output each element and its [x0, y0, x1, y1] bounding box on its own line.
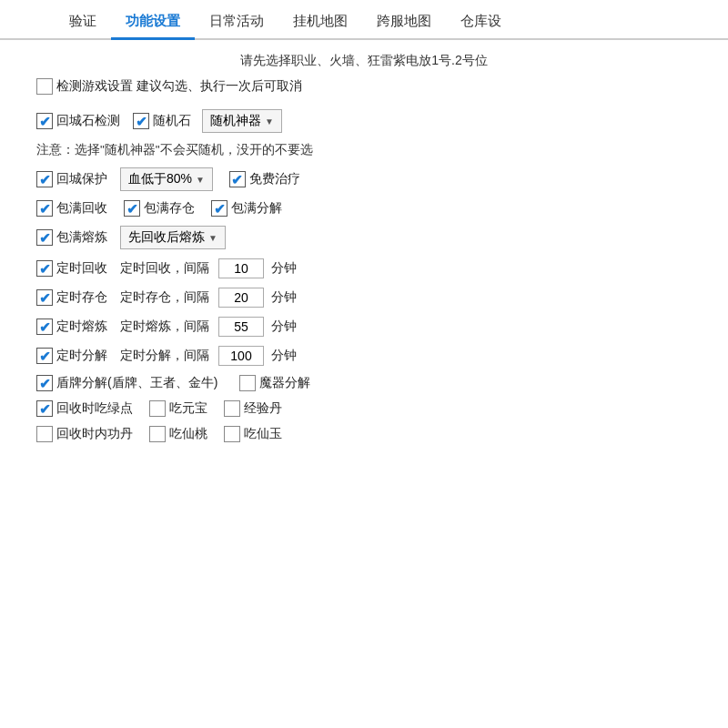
shield-decompose-row: ✔ 盾牌分解(盾牌、王者、金牛) 魔器分解: [36, 375, 692, 391]
bag-full-recycle-label: 包满回收: [56, 200, 107, 217]
recall-protect-box: ✔: [36, 171, 53, 187]
shield-decompose-checkbox[interactable]: ✔ 盾牌分解(盾牌、王者、金牛): [36, 375, 217, 391]
recycle-neidan-box: [36, 426, 53, 442]
free-heal-checkbox[interactable]: ✔ 免费治疗: [229, 171, 300, 187]
timed-decompose-row: ✔ 定时分解 定时分解，间隔 分钟: [36, 346, 692, 366]
timed-decompose-desc: 定时分解，间隔: [120, 348, 209, 364]
bag-full-smelt-row: ✔ 包满熔炼 先回收后熔炼 ▼: [36, 226, 692, 249]
notice-text: 请先选择职业、火墙、狂雷紫电放1号.2号位: [36, 53, 692, 69]
hp-dropdown-arrow-icon: ▼: [196, 175, 205, 185]
recycle-greenpoint-checkbox[interactable]: ✔ 回收时吃绿点: [36, 400, 133, 417]
timed-smelt-checkbox[interactable]: ✔ 定时熔炼: [36, 318, 107, 335]
timed-smelt-desc: 定时熔炼，间隔: [120, 318, 209, 335]
eat-expdan-label: 经验丹: [244, 400, 282, 417]
timed-smelt-input[interactable]: [218, 317, 264, 337]
bag-full-store-label: 包满存仓: [144, 200, 195, 217]
timed-recycle-checkbox[interactable]: ✔ 定时回收: [36, 260, 107, 277]
bag-full-smelt-box: ✔: [36, 229, 53, 246]
recall-protect-checkbox[interactable]: ✔ 回城保护: [36, 171, 107, 187]
recall-stone-row: ✔ 回城石检测 ✔ 随机石 随机神器 ▼: [36, 109, 692, 133]
random-device-dropdown[interactable]: 随机神器 ▼: [202, 109, 282, 133]
check-game-settings-checkbox[interactable]: 检测游戏设置 建议勾选、执行一次后可取消: [36, 78, 302, 95]
tab-afk-map[interactable]: 挂机地图: [278, 7, 362, 40]
check-game-settings-row: 检测游戏设置 建议勾选、执行一次后可取消: [36, 78, 692, 95]
timed-recycle-box: ✔: [36, 260, 53, 277]
timed-store-label: 定时存仓: [56, 289, 107, 306]
recall-protect-row: ✔ 回城保护 血低于80% ▼ ✔ 免费治疗: [36, 167, 692, 191]
bag-full-recycle-checkbox[interactable]: ✔ 包满回收: [36, 200, 107, 217]
recall-protect-label: 回城保护: [56, 171, 107, 187]
recycle-greenpoint-row: ✔ 回收时吃绿点 吃元宝 经验丹: [36, 400, 692, 417]
tab-bar: 验证 功能设置 日常活动 挂机地图 跨服地图 仓库设: [0, 0, 728, 40]
bag-full-recycle-box: ✔: [36, 200, 53, 217]
random-stone-label: 随机石: [153, 113, 191, 129]
timed-recycle-desc: 定时回收，间隔: [120, 260, 209, 277]
eat-yuanbao-box: [149, 400, 166, 417]
recycle-neidan-checkbox[interactable]: 回收时内功丹: [36, 426, 133, 442]
timed-store-checkbox[interactable]: ✔ 定时存仓: [36, 289, 107, 306]
eat-xiantao-label: 吃仙桃: [169, 426, 207, 442]
dropdown-arrow-icon: ▼: [265, 116, 274, 126]
timed-smelt-box: ✔: [36, 318, 53, 335]
tab-daily[interactable]: 日常活动: [195, 7, 278, 40]
smelt-dropdown-arrow-icon: ▼: [208, 233, 217, 243]
timed-store-unit: 分钟: [271, 289, 297, 306]
timed-recycle-unit: 分钟: [271, 260, 297, 277]
eat-yuanbao-checkbox[interactable]: 吃元宝: [149, 400, 207, 417]
content-area: 请先选择职业、火墙、狂雷紫电放1号.2号位 检测游戏设置 建议勾选、执行一次后可…: [0, 40, 728, 470]
bag-full-smelt-label: 包满熔炼: [56, 229, 107, 246]
bag-full-store-box: ✔: [124, 200, 140, 217]
eat-expdan-box: [224, 400, 240, 417]
eat-xianyu-label: 吃仙玉: [244, 426, 282, 442]
timed-recycle-input[interactable]: [218, 258, 264, 278]
tab-verify[interactable]: 验证: [55, 7, 111, 40]
recycle-neidan-row: 回收时内功丹 吃仙桃 吃仙玉: [36, 426, 692, 442]
bag-full-decompose-checkbox[interactable]: ✔ 包满分解: [211, 200, 282, 217]
random-note: 注意：选择"随机神器"不会买随机，没开的不要选: [36, 142, 692, 158]
random-device-label: 随机神器: [210, 113, 261, 129]
recall-stone-checkbox[interactable]: ✔ 回城石检测: [36, 113, 120, 129]
bag-full-smelt-checkbox[interactable]: ✔ 包满熔炼: [36, 229, 107, 246]
main-container: 验证 功能设置 日常活动 挂机地图 跨服地图 仓库设 请先选择职业、火墙、狂雷紫…: [0, 0, 728, 728]
bag-full-decompose-label: 包满分解: [231, 200, 282, 217]
timed-decompose-checkbox[interactable]: ✔ 定时分解: [36, 348, 107, 364]
hp-dropdown[interactable]: 血低于80% ▼: [120, 167, 213, 191]
tab-cross-map[interactable]: 跨服地图: [362, 7, 446, 40]
check-game-settings-label: 检测游戏设置 建议勾选、执行一次后可取消: [56, 78, 302, 95]
eat-xianyu-box: [224, 426, 240, 442]
timed-store-input[interactable]: [218, 288, 264, 308]
tab-features[interactable]: 功能设置: [111, 7, 195, 40]
check-game-settings-box: [36, 78, 53, 95]
bag-full-row: ✔ 包满回收 ✔ 包满存仓 ✔ 包满分解: [36, 200, 692, 217]
smelt-dropdown[interactable]: 先回收后熔炼 ▼: [120, 226, 226, 249]
weapon-decompose-checkbox[interactable]: 魔器分解: [239, 375, 310, 391]
timed-store-row: ✔ 定时存仓 定时存仓，间隔 分钟: [36, 288, 692, 308]
random-stone-box: ✔: [133, 113, 149, 129]
recycle-greenpoint-box: ✔: [36, 400, 53, 417]
timed-smelt-row: ✔ 定时熔炼 定时熔炼，间隔 分钟: [36, 317, 692, 337]
recall-stone-box: ✔: [36, 113, 53, 129]
eat-xiantao-checkbox[interactable]: 吃仙桃: [149, 426, 207, 442]
timed-decompose-box: ✔: [36, 348, 53, 364]
bag-full-decompose-box: ✔: [211, 200, 228, 217]
random-stone-checkbox[interactable]: ✔ 随机石: [133, 113, 191, 129]
shield-decompose-label: 盾牌分解(盾牌、王者、金牛): [56, 375, 217, 391]
bag-full-store-checkbox[interactable]: ✔ 包满存仓: [124, 200, 195, 217]
eat-xianyu-checkbox[interactable]: 吃仙玉: [224, 426, 282, 442]
timed-decompose-input[interactable]: [218, 346, 264, 366]
weapon-decompose-box: [239, 375, 256, 391]
hp-dropdown-label: 血低于80%: [128, 171, 192, 187]
timed-smelt-unit: 分钟: [271, 318, 297, 335]
recycle-greenpoint-label: 回收时吃绿点: [56, 400, 133, 417]
timed-decompose-unit: 分钟: [271, 348, 297, 364]
eat-xiantao-box: [149, 426, 166, 442]
free-heal-label: 免费治疗: [249, 171, 300, 187]
eat-yuanbao-label: 吃元宝: [169, 400, 207, 417]
tab-warehouse[interactable]: 仓库设: [446, 7, 516, 40]
free-heal-box: ✔: [229, 171, 246, 187]
timed-store-desc: 定时存仓，间隔: [120, 289, 209, 306]
eat-expdan-checkbox[interactable]: 经验丹: [224, 400, 282, 417]
weapon-decompose-label: 魔器分解: [259, 375, 310, 391]
recycle-neidan-label: 回收时内功丹: [56, 426, 133, 442]
timed-recycle-row: ✔ 定时回收 定时回收，间隔 分钟: [36, 258, 692, 278]
